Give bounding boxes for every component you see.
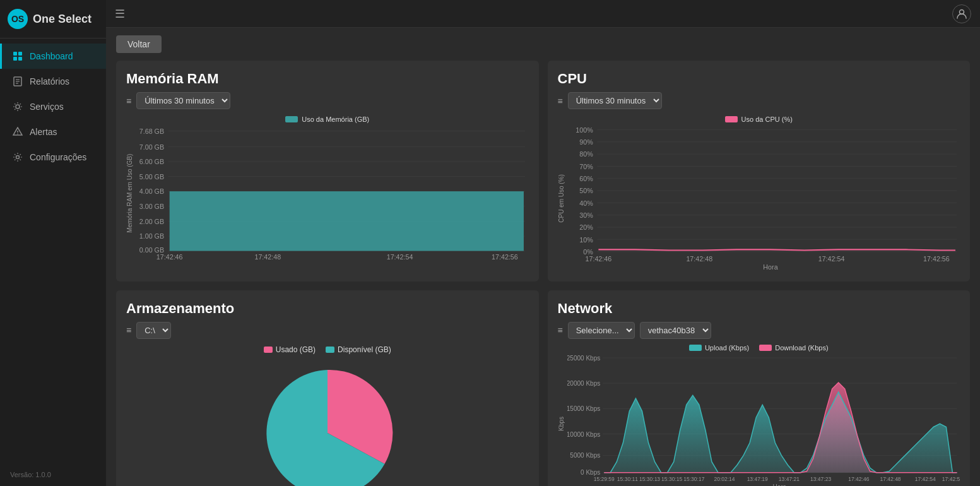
svg-text:5.00 GB: 5.00 GB [139,173,164,181]
app-title: One Select [33,13,92,26]
network-upload-label: Upload (Kbps) [705,344,749,352]
svg-rect-1 [18,52,22,56]
cpu-dropdown[interactable]: Últimos 30 minutos [568,92,662,109]
cpu-chart-inner: 100% 90% 80% 70% 60% 50% 40% 30% 20% 10% [567,126,960,271]
sidebar-item-relatorios-label: Relatórios [30,76,69,86]
ram-y-label: Memória RAM em Uso (GB) [126,126,133,261]
storage-used-color [264,347,273,353]
network-chart-wrap: Kbps 25000 Kbps 20000 Kbps 15000 Kbps 10… [558,354,960,486]
hamburger-icon[interactable]: ☰ [115,7,125,21]
svg-text:30%: 30% [579,211,593,219]
svg-text:17:42:56: 17:42:56 [942,476,960,482]
cpu-menu-icon[interactable]: ≡ [558,96,563,106]
svg-text:90%: 90% [579,138,593,146]
ram-chart-wrap: Memória RAM em Uso (GB) 7.68 GB 7.00 GB … [126,126,529,261]
svg-text:17:42:46: 17:42:46 [848,476,869,482]
svg-text:17:42:54: 17:42:54 [387,253,413,261]
ram-chart-svg: 7.68 GB 7.00 GB 6.00 GB 5.00 GB 4.00 GB … [136,126,529,261]
ram-dropdown[interactable]: Últimos 30 minutos [136,92,230,109]
svg-text:50%: 50% [579,187,593,194]
svg-point-8 [16,105,20,109]
sidebar-item-configuracoes[interactable]: Configurações [0,145,106,170]
sidebar-nav: Dashboard Relatórios Serviços [0,39,106,463]
cpu-legend-label: Uso da CPU (%) [741,116,793,123]
svg-text:10000 Kbps: 10000 Kbps [567,430,600,437]
cpu-y-label: CPU em Uso (%) [558,126,565,271]
svg-text:13:47:23: 13:47:23 [810,476,831,482]
cpu-legend: Uso da CPU (%) [558,116,960,123]
network-dropdown2[interactable]: vethac40b38 [640,322,711,339]
svg-text:17:42:48: 17:42:48 [686,255,712,263]
svg-text:15:30:17: 15:30:17 [683,476,704,482]
sidebar-item-alertas[interactable]: Alertas [0,119,106,145]
version-label: Versão: 1.0.0 [0,463,106,486]
cpu-legend-color [725,116,738,122]
network-chart-svg: 25000 Kbps 20000 Kbps 15000 Kbps 10000 K… [567,354,960,486]
svg-text:17:42:54: 17:42:54 [818,255,844,263]
svg-text:15:30:13: 15:30:13 [639,476,659,482]
topbar: ☰ [106,0,980,28]
alerts-icon [12,126,23,138]
network-legend-upload: Upload (Kbps) [689,344,749,352]
sidebar-item-configuracoes-label: Configurações [30,152,86,162]
ram-controls: ≡ Últimos 30 minutos [126,92,529,109]
svg-rect-31 [170,191,524,251]
ram-legend: Uso da Memória (GB) [126,116,529,123]
svg-text:17:42:46: 17:42:46 [156,253,183,261]
storage-menu-icon[interactable]: ≡ [126,325,131,335]
svg-text:4.00 GB: 4.00 GB [139,187,164,195]
svg-text:17:42:48: 17:42:48 [880,476,900,482]
svg-text:0.00 GB: 0.00 GB [139,246,164,254]
ram-chart-inner: 7.68 GB 7.00 GB 6.00 GB 5.00 GB 4.00 GB … [136,126,529,261]
sidebar-item-dashboard-label: Dashboard [30,51,73,61]
storage-panel: Armazenamento ≡ C:\ Usado (GB) [116,290,539,486]
storage-available-color [326,347,334,353]
back-button[interactable]: Voltar [116,35,162,53]
sidebar-item-servicos[interactable]: Serviços [0,94,106,119]
svg-text:15:29:59: 15:29:59 [593,476,614,482]
network-y-label: Kbps [558,354,565,486]
network-download-label: Download (Kbps) [775,344,828,352]
network-dropdown1[interactable]: Selecione... [568,322,635,339]
storage-available-label: Disponível (GB) [338,345,391,354]
sidebar-item-alertas-label: Alertas [30,127,57,137]
storage-used-label: Usado (GB) [276,345,316,354]
svg-text:17:42:46: 17:42:46 [585,255,611,263]
network-controls: ≡ Selecione... vethac40b38 [558,322,960,339]
svg-point-10 [17,133,18,134]
ram-menu-icon[interactable]: ≡ [126,96,131,106]
storage-dropdown[interactable]: C:\ [136,322,171,339]
storage-controls: ≡ C:\ [126,322,529,339]
svg-text:17:42:48: 17:42:48 [254,253,281,261]
network-panel: Network ≡ Selecione... vethac40b38 [548,290,971,486]
storage-legend-available: Disponível (GB) [326,345,391,354]
content-area: Voltar Memória RAM ≡ Últimos 30 minutos … [106,28,980,486]
svg-rect-3 [18,57,22,61]
sidebar-item-servicos-label: Serviços [30,102,64,112]
services-icon [12,101,23,112]
user-avatar-icon[interactable] [952,4,971,23]
svg-text:100%: 100% [576,126,593,134]
svg-point-11 [16,156,20,159]
svg-text:80%: 80% [579,150,593,158]
svg-text:6.00 GB: 6.00 GB [139,158,164,165]
storage-pie-wrap: Usado (GB) Disponível (GB) [126,345,529,486]
main-content: ☰ Voltar Memória RAM ≡ Últimos 30 minuto… [106,0,980,486]
svg-text:13:47:19: 13:47:19 [747,476,767,482]
sidebar-item-relatorios[interactable]: Relatórios [0,69,106,94]
reports-icon [12,76,23,87]
svg-text:7.00 GB: 7.00 GB [139,143,164,151]
settings-icon [12,151,23,163]
network-menu-icon[interactable]: ≡ [558,325,563,335]
sidebar-item-dashboard[interactable]: Dashboard [0,44,106,69]
network-legend: Upload (Kbps) Download (Kbps) [558,344,960,352]
svg-text:60%: 60% [579,175,593,182]
sidebar: OS One Select Dashboard [0,0,106,486]
svg-text:20:02:14: 20:02:14 [714,476,735,482]
storage-title: Armazenamento [126,300,529,317]
ram-legend-label: Uso da Memória (GB) [302,116,369,123]
svg-text:0 Kbps: 0 Kbps [581,469,600,476]
svg-text:20%: 20% [579,223,593,231]
svg-text:13:47:21: 13:47:21 [778,476,799,482]
svg-text:20000 Kbps: 20000 Kbps [567,380,600,387]
